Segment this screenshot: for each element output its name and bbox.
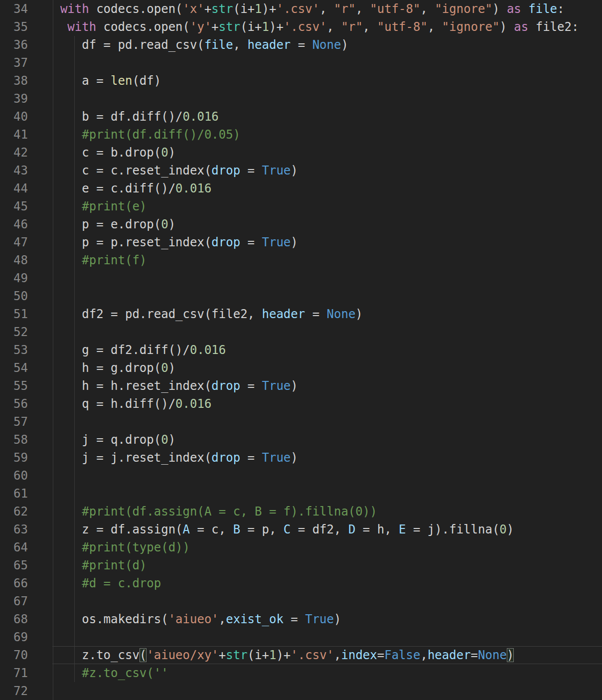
code-line[interactable]: 39: [0, 90, 602, 108]
line-number[interactable]: 56: [0, 395, 28, 413]
line-number[interactable]: 52: [0, 323, 28, 341]
code-line[interactable]: 68 os.makedirs('aiueo',exist_ok = True): [0, 610, 602, 628]
code-line[interactable]: 69: [0, 628, 602, 646]
token-plain: codecs.open(: [89, 2, 183, 16]
token-param: E: [399, 523, 406, 536]
code-text: [28, 90, 46, 108]
code-line[interactable]: 65 #print(d): [0, 556, 602, 574]
line-number[interactable]: 70: [0, 646, 28, 664]
token-comment: #print(df.diff()/0.05): [82, 128, 240, 142]
code-text: [28, 628, 46, 646]
code-line[interactable]: 60: [0, 467, 602, 485]
token-plain: (i+: [240, 20, 262, 34]
line-number[interactable]: 49: [0, 269, 28, 287]
code-line[interactable]: 47 p = p.reset_index(drop = True): [0, 233, 602, 251]
token-param: exist_ok: [226, 612, 284, 626]
line-number[interactable]: 37: [0, 54, 28, 72]
line-number[interactable]: 54: [0, 359, 28, 377]
token-param: drop: [211, 451, 240, 465]
line-number[interactable]: 41: [0, 126, 28, 144]
code-text: #d = c.drop: [28, 574, 161, 592]
code-line[interactable]: 58 j = q.drop(0): [0, 431, 602, 449]
line-number[interactable]: 35: [0, 18, 28, 36]
line-number[interactable]: 67: [0, 592, 28, 610]
code-line[interactable]: 36 df = pd.read_csv(file, header = None): [0, 36, 602, 54]
line-number[interactable]: 38: [0, 72, 28, 90]
code-line[interactable]: 46 p = e.drop(0): [0, 215, 602, 233]
code-line[interactable]: 43 c = c.reset_index(drop = True): [0, 162, 602, 179]
line-number[interactable]: 51: [0, 305, 28, 323]
line-number[interactable]: 59: [0, 449, 28, 467]
code-line[interactable]: 71 #z.to_csv('': [0, 664, 602, 682]
code-line[interactable]: 44 e = c.diff()/0.016: [0, 179, 602, 197]
code-line[interactable]: 72: [0, 682, 602, 700]
line-number[interactable]: 71: [0, 664, 28, 682]
code-line[interactable]: 70 z.to_csv('aiueo/xy'+str(i+1)+'.csv',i…: [0, 646, 602, 664]
code-line[interactable]: 34 with codecs.open('x'+str(i+1)+'.csv',…: [0, 0, 602, 18]
code-line[interactable]: 56 q = h.diff()/0.016: [0, 395, 602, 413]
line-number[interactable]: 43: [0, 162, 28, 179]
code-line[interactable]: 59 j = j.reset_index(drop = True): [0, 449, 602, 467]
line-number[interactable]: 65: [0, 556, 28, 574]
token-constant: True: [305, 612, 334, 626]
line-number[interactable]: 63: [0, 521, 28, 538]
code-line[interactable]: 38 a = len(df): [0, 72, 602, 90]
code-line[interactable]: 54 h = g.drop(0): [0, 359, 602, 377]
token-comment: #print(df.assign(A = c, B = f).fillna(0)…: [82, 505, 377, 519]
code-line[interactable]: 66 #d = c.drop: [0, 574, 602, 592]
line-number[interactable]: 68: [0, 610, 28, 628]
code-lines: 34 with codecs.open('x'+str(i+1)+'.csv',…: [0, 0, 602, 700]
line-number[interactable]: 48: [0, 251, 28, 269]
code-line[interactable]: 49: [0, 269, 602, 287]
line-number[interactable]: 50: [0, 287, 28, 305]
line-number[interactable]: 45: [0, 197, 28, 215]
line-number[interactable]: 40: [0, 108, 28, 126]
line-number[interactable]: 47: [0, 233, 28, 251]
code-text: c = b.drop(0): [28, 144, 175, 162]
line-number[interactable]: 44: [0, 179, 28, 197]
code-text: [28, 413, 46, 431]
code-line[interactable]: 37: [0, 54, 602, 72]
token-plain: +: [204, 2, 211, 16]
line-number[interactable]: 69: [0, 628, 28, 646]
code-line[interactable]: 35 with codecs.open('y'+str(i+1)+'.csv',…: [0, 18, 602, 36]
line-number[interactable]: 55: [0, 377, 28, 395]
code-line[interactable]: 53 g = df2.diff()/0.016: [0, 341, 602, 359]
line-number[interactable]: 36: [0, 36, 28, 54]
code-line[interactable]: 51 df2 = pd.read_csv(file2, header = Non…: [0, 305, 602, 323]
code-line[interactable]: 45 #print(e): [0, 197, 602, 215]
code-line[interactable]: 67: [0, 592, 602, 610]
token-number: 0: [499, 523, 506, 536]
token-number: 0.016: [190, 343, 226, 357]
line-number[interactable]: 53: [0, 341, 28, 359]
token-plain: z.to_csv: [46, 648, 140, 662]
line-number[interactable]: 42: [0, 144, 28, 162]
code-line[interactable]: 41 #print(df.diff()/0.05): [0, 126, 602, 144]
code-line[interactable]: 61: [0, 485, 602, 503]
code-line[interactable]: 40 b = df.diff()/0.016: [0, 108, 602, 126]
line-number[interactable]: 66: [0, 574, 28, 592]
code-line[interactable]: 57: [0, 413, 602, 431]
line-number[interactable]: 60: [0, 467, 28, 485]
code-line[interactable]: 50: [0, 287, 602, 305]
code-line[interactable]: 64 #print(type(d)): [0, 538, 602, 556]
line-number[interactable]: 61: [0, 485, 28, 503]
code-line[interactable]: 52: [0, 323, 602, 341]
token-plain: ,: [428, 20, 442, 34]
line-number[interactable]: 62: [0, 503, 28, 521]
line-number[interactable]: 72: [0, 682, 28, 700]
code-text: a = len(df): [28, 72, 161, 90]
code-line[interactable]: 48 #print(f): [0, 251, 602, 269]
code-line[interactable]: 42 c = b.drop(0): [0, 144, 602, 162]
code-line[interactable]: 62 #print(df.assign(A = c, B = f).fillna…: [0, 503, 602, 521]
token-constant: True: [262, 235, 291, 249]
line-number[interactable]: 46: [0, 215, 28, 233]
code-line[interactable]: 63 z = df.assign(A = c, B = p, C = df2, …: [0, 521, 602, 538]
line-number[interactable]: 34: [0, 0, 28, 18]
code-text: [28, 54, 46, 72]
code-line[interactable]: 55 h = h.reset_index(drop = True): [0, 377, 602, 395]
line-number[interactable]: 58: [0, 431, 28, 449]
line-number[interactable]: 39: [0, 90, 28, 108]
line-number[interactable]: 57: [0, 413, 28, 431]
line-number[interactable]: 64: [0, 538, 28, 556]
